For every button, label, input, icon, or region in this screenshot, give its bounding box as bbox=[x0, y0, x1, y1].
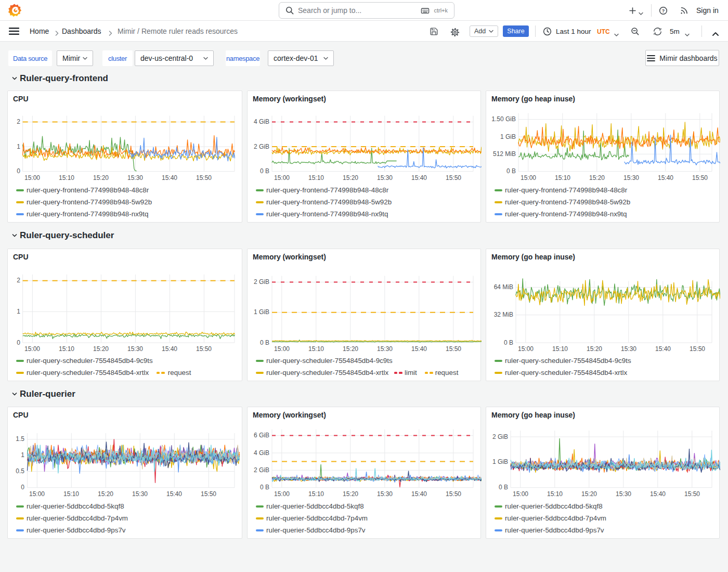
svg-text:?: ? bbox=[662, 8, 665, 14]
